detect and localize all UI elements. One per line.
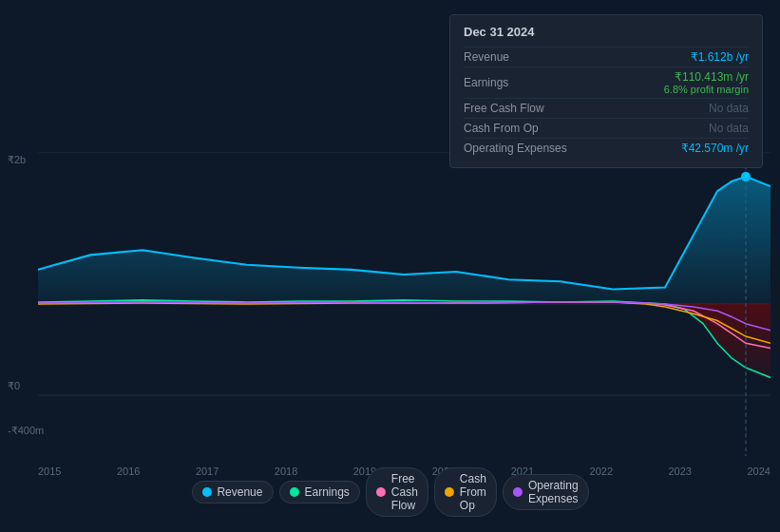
tooltip-row-cfo: Cash From Op No data bbox=[464, 118, 749, 138]
tooltip-row-fcf: Free Cash Flow No data bbox=[464, 98, 749, 118]
tooltip-label-earnings: Earnings bbox=[464, 76, 587, 89]
legend-item-opex[interactable]: Operating Expenses bbox=[503, 474, 589, 510]
legend-label-opex: Operating Expenses bbox=[528, 479, 579, 505]
x-label-2023: 2023 bbox=[669, 466, 692, 477]
tooltip-label-cfo: Cash From Op bbox=[464, 122, 587, 135]
tooltip-row-earnings: Earnings ₹110.413m /yr 6.8% profit margi… bbox=[464, 66, 749, 98]
legend-dot-revenue bbox=[201, 487, 211, 497]
chart-container: Dec 31 2024 Revenue ₹1.612b /yr Earnings… bbox=[0, 0, 780, 532]
chart-svg bbox=[38, 152, 770, 456]
tooltip-value-fcf: No data bbox=[709, 102, 749, 115]
x-label-2015: 2015 bbox=[38, 466, 61, 477]
fcf-line bbox=[38, 302, 770, 349]
legend-label-fcf: Free Cash Flow bbox=[391, 472, 418, 512]
legend-dot-opex bbox=[513, 487, 523, 497]
legend-item-cfo[interactable]: Cash From Op bbox=[434, 467, 497, 517]
tooltip-label-revenue: Revenue bbox=[464, 50, 587, 64]
y-label-mid: ₹0 bbox=[8, 380, 20, 392]
chart-area bbox=[38, 152, 770, 456]
tooltip-row-revenue: Revenue ₹1.612b /yr bbox=[464, 47, 749, 66]
legend-dot-earnings bbox=[289, 487, 298, 497]
y-label-top: ₹2b bbox=[8, 154, 26, 166]
x-label-2016: 2016 bbox=[117, 466, 140, 477]
x-label-2022: 2022 bbox=[590, 466, 613, 477]
tooltip-row-opex: Operating Expenses ₹42.570m /yr bbox=[464, 138, 749, 158]
tooltip-value-opex: ₹42.570m /yr bbox=[681, 142, 749, 155]
legend-label-earnings: Earnings bbox=[304, 485, 349, 499]
legend-item-fcf[interactable]: Free Cash Flow bbox=[366, 467, 428, 517]
tooltip-box: Dec 31 2024 Revenue ₹1.612b /yr Earnings… bbox=[449, 14, 763, 168]
tooltip-value-margin: 6.8% profit margin bbox=[664, 84, 749, 95]
tooltip-value-cfo: No data bbox=[709, 122, 749, 135]
tooltip-value-earnings: ₹110.413m /yr bbox=[664, 70, 749, 84]
legend-label-cfo: Cash From Op bbox=[460, 472, 486, 512]
legend: Revenue Earnings Free Cash Flow Cash Fro… bbox=[191, 467, 588, 517]
revenue-dot bbox=[741, 172, 751, 181]
legend-item-earnings[interactable]: Earnings bbox=[278, 481, 359, 504]
tooltip-value-revenue: ₹1.612b /yr bbox=[691, 50, 749, 64]
x-label-2024: 2024 bbox=[747, 466, 770, 477]
legend-dot-cfo bbox=[445, 487, 454, 497]
tooltip-date: Dec 31 2024 bbox=[464, 25, 749, 39]
legend-item-revenue[interactable]: Revenue bbox=[191, 481, 273, 504]
tooltip-label-fcf: Free Cash Flow bbox=[464, 102, 587, 115]
legend-label-revenue: Revenue bbox=[217, 485, 262, 499]
cfo-line bbox=[38, 302, 770, 343]
tooltip-label-opex: Operating Expenses bbox=[464, 142, 587, 155]
legend-dot-fcf bbox=[376, 487, 386, 497]
revenue-area bbox=[38, 177, 770, 304]
earnings-line bbox=[38, 300, 770, 378]
